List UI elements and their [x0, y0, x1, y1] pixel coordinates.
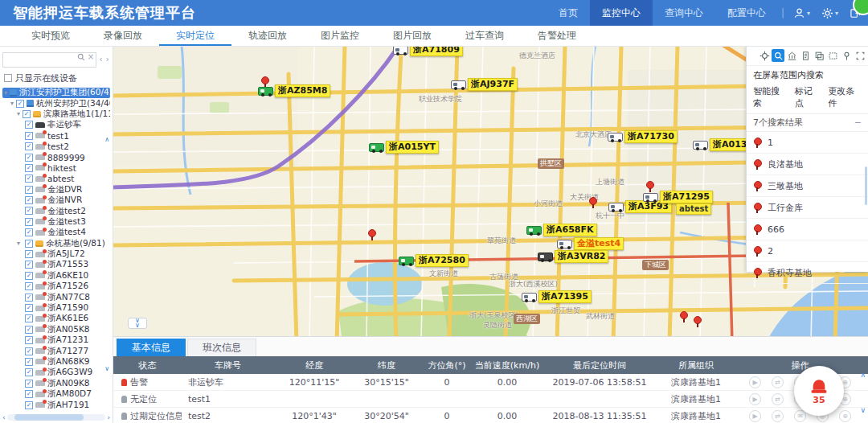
table-scroll-up-icon[interactable]	[860, 371, 866, 379]
vehicle-plate-label[interactable]: 浙A71809	[410, 46, 463, 56]
search-next-icon[interactable]	[105, 54, 110, 64]
scrollbar-thumb[interactable]	[14, 414, 84, 421]
vehicle-plate-label[interactable]: abtest	[676, 203, 711, 215]
nav-item[interactable]: 查询中心	[653, 0, 715, 26]
area-search-icon[interactable]	[772, 49, 784, 62]
vehicle-plate-label[interactable]: 浙A71730	[624, 130, 678, 143]
tree-item[interactable]: ▾ 余杭基地(9/81)	[2, 238, 110, 248]
search-result-item[interactable]: 2	[747, 240, 868, 262]
tree-item[interactable]: ▾ 浙AN68K9	[2, 356, 110, 367]
tree-item[interactable]: ▾ 浙AN77C8	[2, 292, 110, 302]
tree-checkbox[interactable]	[25, 186, 33, 194]
vehicle-marker[interactable]: 浙A658FK	[526, 224, 597, 236]
vehicle-plate-label[interactable]: 浙A72580	[416, 254, 469, 267]
vehicle-plate-label[interactable]: 金溢test4	[574, 237, 624, 250]
vehicle-marker[interactable]: 浙A3VR82	[538, 250, 608, 263]
scroll-right-icon[interactable]	[107, 413, 110, 421]
track-icon[interactable]	[772, 410, 784, 422]
info-tab[interactable]: 班次信息	[187, 339, 256, 356]
tree-checkbox[interactable]	[25, 282, 33, 290]
tree-item[interactable]: ▾ 金溢test2	[2, 206, 110, 216]
tree-item[interactable]: ▾ 浙A6KE10	[2, 270, 110, 281]
tree-scroll-down-icon[interactable]	[104, 365, 109, 372]
tree-checkbox[interactable]	[25, 164, 33, 172]
table-row[interactable]: 过期定位信息 test2 120°1'43" 30°20'54" 0 0.00 …	[113, 408, 868, 423]
tree-item[interactable]: ▾ 浙A6G3W9	[2, 368, 110, 378]
video-icon[interactable]	[749, 410, 761, 422]
vehicle-plate-label[interactable]: 浙A658FK	[543, 224, 597, 236]
change-condition-link[interactable]: 更改条件	[828, 85, 862, 109]
tree-scroll-up-icon[interactable]	[104, 136, 109, 143]
tree-checkbox[interactable]	[25, 294, 33, 302]
tree-checkbox[interactable]	[25, 358, 33, 366]
search-prev-icon[interactable]	[98, 54, 103, 64]
search-result-item[interactable]: 666	[747, 219, 868, 240]
tree-checkbox[interactable]	[25, 272, 33, 280]
smart-search-link[interactable]: 智能搜索	[753, 85, 787, 109]
tree-checkbox[interactable]	[25, 401, 33, 409]
tree-checkbox[interactable]	[25, 261, 33, 269]
search-icon[interactable]	[77, 53, 85, 61]
vehicle-marker[interactable]: 浙A015YT	[369, 141, 439, 154]
map-pin-icon[interactable]	[694, 316, 702, 327]
tree-checkbox[interactable]	[25, 228, 33, 236]
video-icon[interactable]	[749, 393, 761, 405]
tree-checkbox[interactable]	[25, 347, 33, 355]
vehicle-marker[interactable]: 浙A71395	[522, 290, 592, 303]
tree-checkbox[interactable]	[25, 121, 33, 129]
user-menu[interactable]: ▾	[788, 0, 816, 26]
expand-caret-icon[interactable]: ▾	[10, 100, 14, 107]
tree-item[interactable]: ▾ 金溢test3	[2, 216, 110, 227]
function-tab[interactable]: 实时预览	[14, 26, 87, 46]
tree-item[interactable]: ▾ 浙A5JL72	[2, 248, 110, 259]
tree-item[interactable]: ▾ 浙AK61E6	[2, 314, 110, 324]
nav-item[interactable]: 配置中心	[715, 0, 778, 26]
tree-checkbox[interactable]	[25, 207, 33, 215]
tree-checkbox[interactable]	[25, 390, 33, 398]
tree-checkbox[interactable]	[25, 154, 33, 162]
function-tab[interactable]: 图片回放	[376, 26, 448, 46]
tree-checkbox[interactable]	[25, 368, 33, 376]
pin-icon[interactable]	[840, 49, 853, 62]
vehicle-plate-label[interactable]: 浙A71395	[538, 290, 592, 303]
search-result-item[interactable]: 良渚基地	[747, 154, 868, 175]
vehicle-plate-label[interactable]: 浙AJ937F	[468, 78, 518, 91]
expand-caret-icon[interactable]: ▾	[17, 240, 23, 247]
settings-menu[interactable]: ▾	[816, 0, 844, 26]
vehicle-marker[interactable]: 浙A71809	[393, 46, 463, 56]
tree-checkbox[interactable]	[25, 380, 33, 388]
vehicle-plate-label[interactable]: 浙A71295	[660, 191, 713, 203]
table-row[interactable]: 告警 非运钞车 120°11'15" 30°15'15" 0 0.00 2019…	[113, 374, 868, 391]
function-tab[interactable]: 录像回放	[87, 26, 159, 46]
tree-item[interactable]: ▾ 非运钞车	[2, 120, 110, 130]
tree-item[interactable]: ▾ 浙A71277	[2, 346, 110, 356]
alarm-float-button[interactable]: 35	[794, 366, 844, 416]
tree-item[interactable]: ▾ test2	[2, 141, 110, 151]
online-filter[interactable]: 只显示在线设备	[4, 72, 108, 84]
fullscreen-icon[interactable]	[854, 49, 866, 62]
tree-checkbox[interactable]	[25, 250, 33, 258]
tree-checkbox[interactable]	[25, 326, 33, 334]
function-tab[interactable]: 实时定位	[159, 26, 231, 46]
tree-item[interactable]: ▾ 浙AN05K8	[2, 324, 110, 335]
vehicle-marker[interactable]: 浙A71295	[643, 191, 713, 203]
tree-item[interactable]: ▾ 浙A71590	[2, 302, 110, 313]
map-pin-icon[interactable]	[368, 229, 376, 240]
tree-item[interactable]: ▾ 金溢test4	[2, 228, 110, 238]
scroll-left-icon[interactable]	[2, 413, 6, 421]
tree-checkbox[interactable]	[25, 132, 33, 140]
search-result-item[interactable]: 1	[747, 132, 868, 154]
vehicle-marker[interactable]: abtest	[676, 203, 711, 215]
tree-checkbox[interactable]	[25, 336, 33, 344]
tree-checkbox[interactable]	[25, 196, 33, 204]
note-icon[interactable]	[799, 49, 812, 62]
tree-item[interactable]: ▾ hiktest	[2, 162, 110, 173]
map-canvas[interactable]: 德克兰酒店北京大酒店职业技术学院上塘街道大关街道小河街道杭十一中翠苑街道文新街道…	[113, 46, 868, 343]
tree-item[interactable]: ▾ 浙江安邦护卫集团(60/456)	[2, 88, 110, 98]
tree-item[interactable]: ▾ test1	[2, 130, 110, 141]
landmark-icon[interactable]	[785, 49, 798, 62]
tree-item[interactable]: ▾ 金溢DVR	[2, 184, 110, 195]
clear-search-icon[interactable]	[88, 52, 94, 61]
tree-item[interactable]: ▾ 杭州安邦护卫(34/407)	[2, 98, 110, 109]
tree-checkbox[interactable]	[25, 304, 33, 312]
